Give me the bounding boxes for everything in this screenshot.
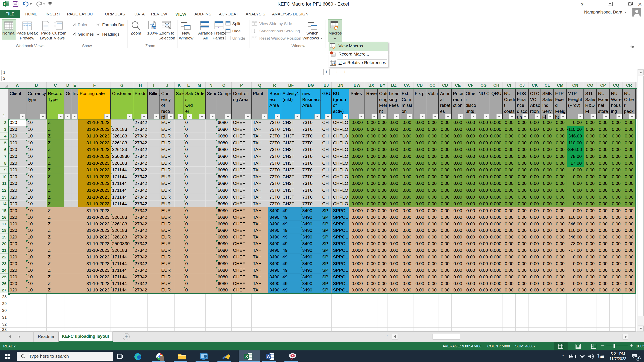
svg-text:100: 100: [152, 26, 156, 29]
svg-text:W: W: [266, 354, 271, 359]
svg-text:X: X: [4, 2, 6, 6]
svg-text:X: X: [245, 354, 248, 359]
